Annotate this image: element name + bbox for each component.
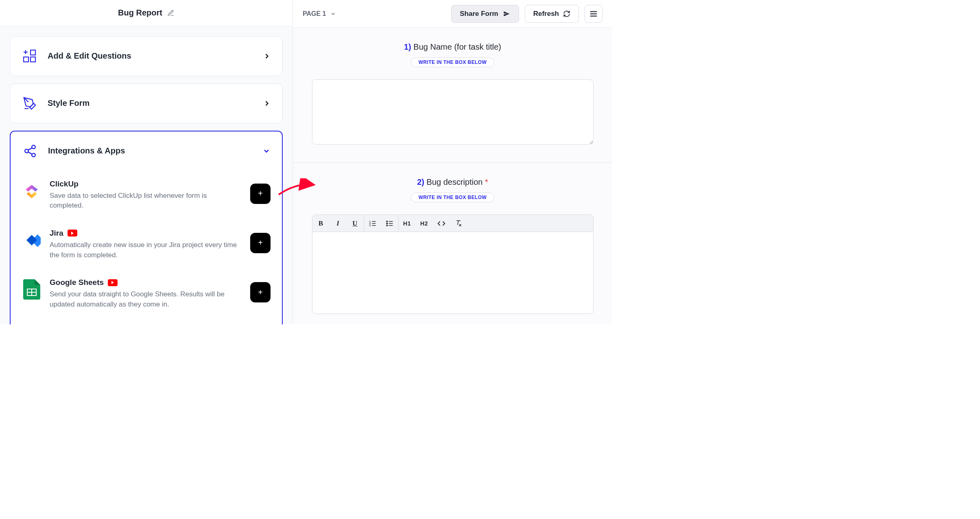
nav-style-form-label: Style Form xyxy=(48,99,253,108)
add-questions-icon xyxy=(22,48,38,64)
svg-line-9 xyxy=(28,152,32,154)
page-dropdown[interactable]: PAGE 1 xyxy=(303,10,336,18)
nav-style-form[interactable]: Style Form xyxy=(10,83,283,123)
google-sheets-icon xyxy=(22,280,41,299)
question-2: 2) Bug description * WRITE IN THE BOX BE… xyxy=(293,163,612,324)
rte-italic-button[interactable]: I xyxy=(330,215,347,232)
edit-title-icon[interactable] xyxy=(167,9,175,17)
refresh-button[interactable]: Refresh xyxy=(525,5,579,23)
share-form-button[interactable]: Share Form xyxy=(451,5,519,23)
question-number: 1) xyxy=(404,42,411,51)
svg-rect-2 xyxy=(31,50,35,55)
question-title: Bug description xyxy=(427,177,483,186)
jira-icon xyxy=(22,230,41,250)
question-hint: WRITE IN THE BOX BELOW xyxy=(411,57,494,67)
rte-ordered-list-button[interactable]: 123 xyxy=(364,215,381,232)
left-header: Bug Report xyxy=(0,0,292,26)
share-form-label: Share Form xyxy=(460,10,498,18)
refresh-label: Refresh xyxy=(533,10,559,18)
add-integration-button[interactable]: + xyxy=(250,282,271,302)
bug-name-input[interactable] xyxy=(312,79,594,145)
integration-google-sheets: Google Sheets Send your data straight to… xyxy=(22,269,271,318)
add-integration-button[interactable]: + xyxy=(250,184,271,204)
integration-name: Google Sheets xyxy=(50,278,104,287)
rte-toolbar: B I U 123 xyxy=(312,215,593,232)
integration-desc: Save data to selected ClickUp list whene… xyxy=(50,191,242,211)
chevron-right-icon xyxy=(263,52,271,60)
question-number: 2) xyxy=(417,177,424,186)
rte-clear-format-button[interactable] xyxy=(450,215,467,232)
nav-add-edit-label: Add & Edit Questions xyxy=(48,51,253,61)
integration-name: Jira xyxy=(50,229,63,238)
video-badge-icon[interactable] xyxy=(108,279,118,286)
nav-add-edit-questions[interactable]: Add & Edit Questions xyxy=(10,36,283,76)
hamburger-icon xyxy=(589,9,598,18)
svg-rect-4 xyxy=(31,57,35,62)
svg-point-28 xyxy=(386,223,388,224)
rte-h1-button[interactable]: H1 xyxy=(399,215,416,232)
page-label: PAGE 1 xyxy=(303,10,326,18)
nav-integrations-apps[interactable]: Integrations & Apps xyxy=(10,131,283,324)
chevron-down-icon xyxy=(330,11,336,17)
send-icon xyxy=(502,11,511,17)
clickup-icon xyxy=(22,181,41,201)
svg-line-8 xyxy=(28,148,32,150)
svg-rect-3 xyxy=(24,57,28,62)
required-marker: * xyxy=(485,177,488,186)
svg-point-27 xyxy=(386,221,388,222)
rte-underline-button[interactable]: U xyxy=(347,215,364,232)
question-title: Bug Name (for task title) xyxy=(413,42,501,51)
integrations-icon xyxy=(22,143,38,159)
svg-point-6 xyxy=(25,149,28,153)
rte-h2-button[interactable]: H2 xyxy=(416,215,433,232)
add-integration-button[interactable]: + xyxy=(250,233,271,253)
svg-point-29 xyxy=(386,225,388,226)
refresh-icon xyxy=(563,10,570,18)
rte-bold-button[interactable]: B xyxy=(312,215,330,232)
style-form-icon xyxy=(22,95,38,112)
svg-point-7 xyxy=(32,153,35,157)
rte-unordered-list-button[interactable] xyxy=(381,215,398,232)
integration-desc: Automatically create new issue in your J… xyxy=(50,240,242,260)
integration-name: ClickUp xyxy=(50,180,79,188)
form-title: Bug Report xyxy=(118,8,162,18)
integration-jira: Jira Automatically create new issue in y… xyxy=(22,220,271,269)
bug-description-input[interactable] xyxy=(312,232,593,313)
question-hint: WRITE IN THE BOX BELOW xyxy=(411,193,494,202)
nav-integrations-label: Integrations & Apps xyxy=(48,146,253,155)
menu-button[interactable] xyxy=(585,5,602,23)
chevron-right-icon xyxy=(263,99,271,107)
rte-code-button[interactable] xyxy=(433,215,450,232)
video-badge-icon[interactable] xyxy=(68,230,77,237)
rich-text-editor: B I U 123 xyxy=(312,215,594,314)
chevron-down-icon xyxy=(262,147,271,155)
svg-text:3: 3 xyxy=(369,224,371,226)
integration-clickup: ClickUp Save data to selected ClickUp li… xyxy=(22,171,271,220)
question-1: 1) Bug Name (for task title) WRITE IN TH… xyxy=(293,28,612,163)
svg-point-5 xyxy=(32,145,35,149)
integration-desc: Send your data straight to Google Sheets… xyxy=(50,289,242,309)
